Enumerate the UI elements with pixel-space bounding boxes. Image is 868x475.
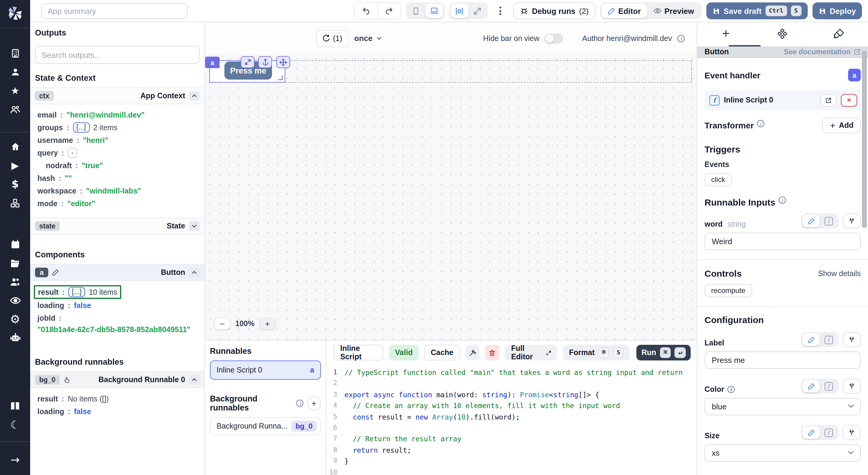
debug-runs-button[interactable]: Debug runs (2) [513, 2, 595, 19]
groups-admin-icon[interactable] [0, 272, 30, 291]
run-button[interactable]: Run ⌘ ↵ [637, 345, 691, 361]
variables-dollar-icon[interactable]: $ [0, 175, 30, 194]
connect-plug-button[interactable] [843, 379, 861, 394]
save-draft-button[interactable]: Save draft Ctrl S [706, 2, 807, 19]
chevron-up-icon[interactable] [189, 91, 200, 101]
expand-rail-arrow-icon[interactable]: → [0, 450, 30, 469]
info-icon[interactable]: i [727, 386, 734, 393]
tab-component-settings[interactable] [754, 28, 811, 39]
cache-button[interactable]: Cache [424, 345, 460, 361]
component-id-tag[interactable]: a [205, 57, 220, 68]
info-icon[interactable]: i [677, 35, 685, 42]
connect-plug-button[interactable] [843, 213, 861, 229]
move-component-handle[interactable] [276, 56, 290, 68]
refresh-button[interactable]: (1) [316, 30, 348, 47]
color-select[interactable]: blue [705, 398, 861, 415]
event-handler-script-row[interactable]: f Inline Script 0 × [705, 90, 861, 110]
redo-button[interactable] [378, 3, 401, 19]
chevron-up-icon[interactable] [189, 268, 200, 277]
resources-boxes-icon[interactable] [0, 194, 30, 212]
mobile-view-button[interactable] [407, 4, 425, 18]
home-icon[interactable] [0, 137, 30, 156]
workspace-icon[interactable] [0, 44, 30, 63]
desktop-view-button[interactable] [425, 4, 443, 18]
fullscreen-canvas-button[interactable] [469, 4, 487, 18]
inline-script-tab[interactable]: Inline Script [334, 345, 384, 361]
see-documentation-link[interactable]: See documentation [784, 47, 861, 56]
expand-chip[interactable]: [...] [73, 122, 90, 133]
delete-script-button[interactable] [485, 345, 500, 361]
editor-tab[interactable]: Editor [601, 4, 647, 18]
schedule-mode-dropdown[interactable]: once [354, 34, 382, 43]
add-bg-runnable-button[interactable] [307, 396, 321, 410]
expression-value-button[interactable]: f [820, 214, 837, 227]
bg0-header-row[interactable]: bg_0 Background Runnable 0 [30, 371, 205, 388]
ai-wand-button[interactable] [465, 345, 480, 361]
expand-chip[interactable]: - [67, 148, 77, 158]
state-header-row[interactable]: state State [30, 217, 205, 235]
groups-icon[interactable] [0, 100, 30, 119]
anchor-component-handle[interactable] [258, 56, 272, 68]
tab-styling[interactable] [811, 28, 867, 39]
component-a-header-row[interactable]: a Button [30, 264, 205, 281]
deploy-button[interactable]: Deploy [812, 2, 862, 19]
audit-eye-icon[interactable] [0, 291, 30, 310]
components-title: Components [35, 250, 200, 259]
user-icon[interactable] [0, 63, 30, 81]
expand-array-chip[interactable]: [...] [68, 287, 85, 297]
anchor-icon [261, 59, 269, 66]
expression-value-button[interactable]: f [820, 333, 837, 346]
static-value-button[interactable] [802, 333, 820, 346]
static-value-button[interactable] [802, 380, 820, 393]
docs-book-icon[interactable] [0, 397, 30, 415]
remove-script-button[interactable]: × [841, 94, 857, 106]
expand-component-handle[interactable] [241, 56, 254, 68]
info-icon[interactable]: i [778, 196, 786, 203]
hide-bar-toggle[interactable] [545, 33, 563, 43]
chevron-down-icon[interactable] [189, 221, 200, 231]
runnable-item-inline-script-0[interactable]: Inline Script 0 a [210, 361, 321, 380]
chevron-up-icon[interactable] [189, 375, 200, 384]
word-value-input[interactable] [705, 233, 861, 250]
info-icon[interactable]: i [757, 120, 764, 127]
expression-value-button[interactable]: f [820, 426, 837, 439]
full-editor-button[interactable]: Full Editor [505, 345, 558, 361]
canvas-grid[interactable]: Press me a [205, 54, 697, 340]
windmill-logo-icon[interactable] [7, 5, 23, 23]
center-canvas-button[interactable] [451, 4, 469, 18]
dark-mode-moon-icon[interactable]: ☾ [0, 415, 30, 434]
open-script-button[interactable] [820, 94, 837, 106]
format-button[interactable]: Format ⌘ S [563, 345, 630, 361]
expression-value-button[interactable]: f [820, 380, 837, 393]
favorites-star-icon[interactable]: ★ [0, 81, 30, 100]
preview-tab[interactable]: Preview [647, 4, 700, 18]
ctx-header-row[interactable]: ctx App Context [30, 88, 205, 104]
search-outputs-input[interactable] [35, 46, 200, 64]
connect-plug-button[interactable] [843, 332, 861, 347]
rename-pencil-icon[interactable] [52, 269, 59, 276]
add-transformer-button[interactable]: Add [822, 117, 861, 133]
folders-icon[interactable] [0, 254, 30, 272]
app-summary-input[interactable] [41, 3, 188, 19]
bg-runnable-item-0[interactable]: Background Runna... bg_0 [210, 417, 321, 435]
pencil-icon [807, 336, 815, 343]
code-area[interactable]: 1// TypeScript function called "main" th… [326, 365, 697, 475]
undo-button[interactable] [355, 3, 378, 19]
label-value-input[interactable] [705, 351, 861, 369]
more-menu-button[interactable] [495, 7, 506, 15]
zoom-in-button[interactable]: + [259, 318, 276, 330]
tab-insert-component[interactable] [697, 28, 754, 39]
ai-robot-icon[interactable] [0, 329, 30, 347]
connect-plug-button[interactable] [843, 425, 861, 440]
show-details-link[interactable]: Show details [818, 269, 861, 278]
scrollbar-thumb[interactable] [862, 50, 867, 228]
runs-play-icon[interactable]: ▶ [0, 156, 30, 175]
info-icon[interactable]: i [297, 400, 304, 407]
resize-handle[interactable] [278, 75, 283, 80]
schedules-calendar-icon[interactable] [0, 235, 30, 254]
static-value-button[interactable] [802, 426, 820, 439]
zoom-out-button[interactable]: − [214, 318, 230, 330]
size-select[interactable]: xs [705, 444, 861, 462]
settings-gear-icon[interactable]: ⚙ [0, 310, 30, 329]
static-value-button[interactable] [802, 214, 820, 227]
